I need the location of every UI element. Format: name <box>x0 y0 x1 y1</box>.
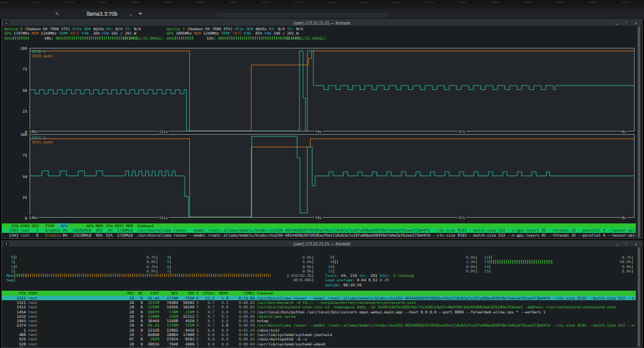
nvtop-table-header[interactable]: PID USERDEV TYPEGPUGPU MEMCPUHOST MEM Co… <box>2 223 636 228</box>
nvtop-process-row[interactable]: 2343 root1 Graphic0%23382MiB95%0%1739MiB… <box>2 228 636 232</box>
y-axis-label: 100 <box>4 46 27 50</box>
cpu-meter: 2[0.7%] <box>6 264 158 269</box>
gpu0-usage-graph: 1007550250149s111s74s37s0sGPU0 %GPU0 mem… <box>4 48 637 132</box>
cpu-meter: 13[50.0%] <box>481 259 633 264</box>
cpu-meter: 8[0.0%] <box>325 255 477 259</box>
htop-process-row[interactable]: 1632 root2002388M150M22112S0.70.20:00.06… <box>2 314 636 318</box>
close-icon[interactable]: ✕ <box>635 21 640 25</box>
gpu-mem-bars: GPU[48%] MEM[22.991Gi/23.984Gi] <box>4 36 164 40</box>
cpu-meter: 9[1.3%] <box>325 259 477 264</box>
gpu1-usage-graph: 1007550250149s111s74s37s0sGPU1 %GPU1 mem… <box>4 134 637 218</box>
scrollbar[interactable] <box>637 26 641 239</box>
nvtop-process-row[interactable]: 2343 root0 Graphic0%23228MiB95%52%1739Mi… <box>2 233 636 237</box>
browser-tab-title[interactable]: llama3.3:70b <box>87 10 118 18</box>
bookmarks-strip <box>0 0 644 4</box>
y-axis-label: 100 <box>4 132 27 137</box>
cpu-meter: 10[0.0%] <box>325 264 477 269</box>
memory-meter: Mem[2.41G/92.3G] <box>6 273 314 278</box>
new-tab-button[interactable]: + <box>138 9 142 18</box>
legend-gpu1-mem%: GPU1 mem% <box>32 140 53 144</box>
nvtop-terminal: Device 0 [Radeon RX 7900 XTX] PCIe GEN 4… <box>2 26 642 239</box>
x-axis-label: 149s <box>28 215 38 220</box>
htop-process-row[interactable]: 1412 root2001209M1455610240S0.70.00:00.0… <box>2 305 636 309</box>
desktop: ✎ llama3.3:70b ⌄ + ❯ (user) 172.21.21.21… <box>0 0 644 348</box>
uptime: Uptime: 00:10:39 <box>325 283 362 287</box>
nvtop-process-row[interactable]: 1943 root1 Graphic0%0MiB0%0%11MiB nvtop <box>2 237 636 239</box>
x-axis-label: 0s <box>621 215 627 220</box>
swap-meter: Swp[0K/8.00G] <box>6 278 314 282</box>
cpu-meter: 5[0.0%] <box>162 259 314 264</box>
konsole-window-nvtop: ❯ (user) 172.21.21.21 — Konsole ⌄ ⌃ ✕ De… <box>1 20 643 239</box>
x-axis-label: 74s <box>314 215 323 220</box>
htop-process-row[interactable]: 2374 root20059.4G1739M755MS0.71.80:00.59… <box>2 323 636 327</box>
x-axis-label: 0s <box>621 129 627 133</box>
cpu-meter: 12[0.7%] <box>481 255 633 259</box>
cpu-meter: 14[0.0%] <box>481 264 633 269</box>
x-axis-label: 111s <box>158 129 169 133</box>
edit-icon[interactable]: ✎ <box>55 10 58 18</box>
plot-area <box>30 134 635 218</box>
gpu-mem-bars: GPU[52%] MEM[23.149Gi/23.984Gi] <box>167 36 326 40</box>
htop-process-row[interactable]: 1943 root20036460116884520S0.70.00:03.06… <box>2 318 636 323</box>
maximize-icon[interactable]: ⌃ <box>625 242 630 246</box>
legend-gpu1-%: GPU1 % <box>32 135 46 140</box>
minimize-icon[interactable]: ⌄ <box>616 242 621 246</box>
plot-area <box>30 48 635 132</box>
scrollbar-thumb[interactable] <box>638 26 640 238</box>
x-axis-label: 37s <box>458 215 466 220</box>
y-axis-label: 50 <box>4 88 27 93</box>
browser-top-strip <box>0 4 644 9</box>
legend-gpu0-%: GPU0 % <box>32 49 46 53</box>
htop-process-row[interactable]: 528 root2002961679404996S0.00.00:00.04 /… <box>2 342 636 346</box>
htop-process-row[interactable]: 525 rootRT0282M270248592S0.00.00:00.01 /… <box>2 337 636 341</box>
maximize-icon[interactable]: ⌃ <box>625 21 630 25</box>
cpu-meter: 1[0.0%] <box>6 259 158 264</box>
window-title: (user) 172.21.21.21 — Konsole <box>2 20 642 26</box>
load-average: Load average: 0.64 0.52 0.28 <box>325 278 389 282</box>
y-axis-label: 75 <box>4 67 27 71</box>
chevron-down-icon[interactable]: ⌄ <box>130 10 133 18</box>
x-axis-label: 111s <box>158 215 169 220</box>
tooltip-overlay <box>217 13 388 18</box>
y-axis-label: 75 <box>4 153 27 157</box>
y-axis-label: 50 <box>4 174 27 179</box>
tasks-summary: Tasks: 44, 219 thr, 291 kthr; 2 running <box>325 273 414 278</box>
browser-tab-bar: ✎ llama3.3:70b ⌄ + <box>0 9 644 20</box>
scrollbar[interactable] <box>637 247 641 347</box>
y-axis-label: 25 <box>4 195 27 199</box>
scrollbar-thumb[interactable] <box>638 247 640 347</box>
y-axis-label: 0 <box>4 216 27 220</box>
konsole-window-htop: ❯ (user) 172.21.21.21 — Konsole ⌄ ⌃ ✕ 0[… <box>1 240 643 348</box>
cpu-meter: 15[0.0%] <box>481 269 633 273</box>
window-title: (user) 172.21.21.21 — Konsole <box>2 241 642 247</box>
htop-process-row[interactable]: 554 root200282M270248592S0.00.00:00.00 /… <box>2 346 636 347</box>
close-icon[interactable]: ✕ <box>635 242 640 246</box>
x-axis-label: 37s <box>458 129 466 133</box>
htop-process-row[interactable]: 1454 root2005007M729M210MS0.70.80:05.73 … <box>2 310 636 314</box>
x-axis-label: 74s <box>314 129 323 133</box>
htop-terminal: 0[0.7%]1[0.0%]2[0.7%]3[0.0%]4[0.0%]5[0.0… <box>2 247 642 347</box>
htop-process-row[interactable]: 488 root19-1668401808417908S0.00.00:00.0… <box>2 332 636 337</box>
htop-process-row[interactable]: 1121 root2003151M7458450592S0.70.10:00.0… <box>2 300 636 305</box>
minimize-icon[interactable]: ⌄ <box>616 21 621 25</box>
htop-window-titlebar[interactable]: ❯ (user) 172.21.21.21 — Konsole ⌄ ⌃ ✕ <box>2 241 642 247</box>
x-axis-label: 149s <box>28 129 38 133</box>
legend-gpu0-mem%: GPU0 mem% <box>32 53 53 58</box>
cpu-meter: 0[0.7%] <box>6 255 158 259</box>
nvtop-window-titlebar[interactable]: ❯ (user) 172.21.21.21 — Konsole ⌄ ⌃ ✕ <box>2 20 642 26</box>
cpu-meter: 6[0.0%] <box>162 264 314 269</box>
htop-table-header[interactable]: PID USERPRINIVIRTRESSHRSCPU%▽MEM%TIME+ C… <box>2 291 636 295</box>
htop-process-row[interactable]: 1 root20022128128929436S0.00.00:01.24 /s… <box>2 328 636 332</box>
htop-process-row[interactable]: 2352 root20059.4G1739M755MR51.21.80:13.0… <box>2 296 636 300</box>
cpu-meter: 4[0.0%] <box>162 255 314 259</box>
y-axis-label: 25 <box>4 109 27 113</box>
